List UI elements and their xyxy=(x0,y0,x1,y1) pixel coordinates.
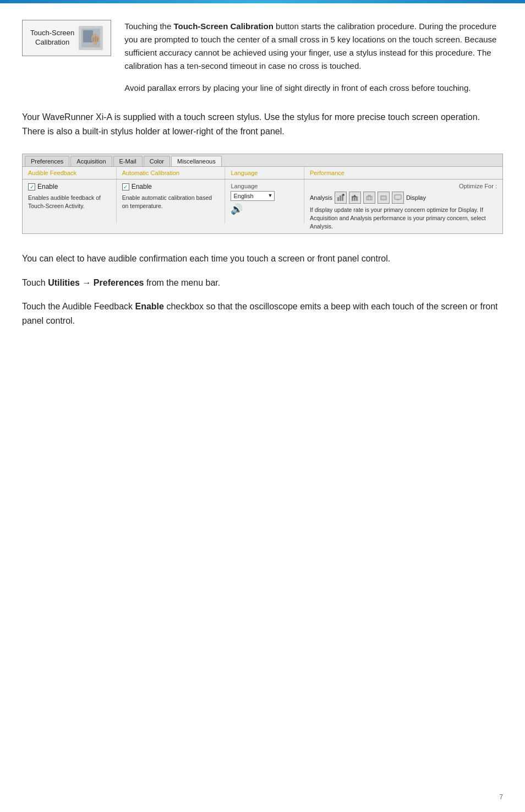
autocal-enable-row: ✓ Enable xyxy=(122,183,220,190)
audible-enable-label: Enable xyxy=(37,183,58,190)
audible-enable-checkbox[interactable]: ✓ xyxy=(28,183,35,190)
autocal-desc: Enable automatic calibration based on te… xyxy=(122,194,220,210)
language-header: Language xyxy=(225,167,304,179)
performance-desc: If display update rate is your primary c… xyxy=(310,206,497,230)
audible-confirmation-para: You can elect to have audible confirmati… xyxy=(22,252,503,266)
arrow: → xyxy=(80,278,94,287)
perf-btn-5[interactable] xyxy=(392,192,404,204)
perf-btn-2[interactable] xyxy=(349,192,361,204)
svg-rect-4 xyxy=(92,37,94,42)
autocal-enable-checkbox[interactable]: ✓ xyxy=(122,183,129,190)
performance-col: Optimize For : Analysis xyxy=(304,179,502,233)
prefs-section-headers: Audible Feedback Automatic Calibration L… xyxy=(23,167,502,179)
autocal-col: ✓ Enable Enable automatic calibration ba… xyxy=(117,179,226,224)
page-number: 7 xyxy=(499,793,503,801)
audible-feedback-para: Touch the Audible Feedback Enable checkb… xyxy=(22,299,503,328)
perf-btn-4[interactable] xyxy=(378,192,390,204)
calibration-button-label: Touch-Screen Calibration xyxy=(30,29,74,47)
svg-rect-18 xyxy=(381,196,386,200)
tab-email[interactable]: E-Mail xyxy=(113,156,143,166)
language-col: Language English ▼ 🔊 xyxy=(225,179,304,224)
audible-feedback-header: Audible Feedback xyxy=(23,167,117,179)
prefs-content-row: ✓ Enable Enables audible feedback of Tou… xyxy=(23,179,502,233)
bottom-section: You can elect to have audible confirmati… xyxy=(22,252,503,328)
utilities-bold: Utilities xyxy=(48,278,80,287)
calibration-icon xyxy=(79,26,103,50)
svg-rect-1 xyxy=(83,30,93,42)
speaker-icon: 🔊 xyxy=(231,203,298,215)
audible-enable-row: ✓ Enable xyxy=(28,183,111,190)
tab-preferences[interactable]: Preferences xyxy=(25,156,69,166)
language-dropdown[interactable]: English ▼ xyxy=(231,191,275,201)
optimize-label: Optimize For : xyxy=(310,183,497,189)
tab-miscellaneous[interactable]: Miscellaneous xyxy=(171,156,222,166)
language-label: Language xyxy=(231,183,298,189)
perf-btn-1[interactable] xyxy=(335,192,347,204)
language-value: English xyxy=(233,193,253,199)
para3-pre: Touch the Audible Feedback xyxy=(22,302,135,311)
analysis-label: Analysis xyxy=(310,194,332,201)
display-label: Display xyxy=(406,194,426,201)
audible-desc: Enables audible feedback of Touch-Screen… xyxy=(28,194,111,210)
menu-bar-post: from the menu bar. xyxy=(144,278,220,287)
autocal-header: Automatic Calibration xyxy=(117,167,226,179)
avoid-parallax-text: Avoid parallax errors by placing your li… xyxy=(124,81,503,95)
touch-screen-calibration-button[interactable]: Touch-Screen Calibration xyxy=(22,20,111,56)
waverunner-paragraph: Your WaveRunner Xi-A is supplied with a … xyxy=(22,110,503,138)
svg-rect-6 xyxy=(97,37,99,42)
tab-acquisition[interactable]: Acquisition xyxy=(70,156,112,166)
preferences-bold: Preferences xyxy=(94,278,144,287)
touch-pre: Touch xyxy=(22,278,48,287)
svg-rect-17 xyxy=(368,195,371,197)
tab-color[interactable]: Color xyxy=(144,156,170,166)
preferences-ui: Preferences Acquisition E-Mail Color Mis… xyxy=(22,154,503,234)
calibration-section: Touch-Screen Calibration xyxy=(22,20,503,95)
svg-rect-19 xyxy=(395,195,401,199)
performance-header: Performance xyxy=(304,167,502,179)
prefs-tabs: Preferences Acquisition E-Mail Color Mis… xyxy=(23,154,502,167)
performance-row: Analysis xyxy=(310,192,497,204)
svg-rect-7 xyxy=(337,197,339,201)
touch-utilities-para: Touch Utilities → Preferences from the m… xyxy=(22,276,503,290)
svg-rect-8 xyxy=(340,195,341,201)
svg-point-10 xyxy=(342,194,344,196)
svg-rect-14 xyxy=(367,197,372,200)
prefs-body: Audible Feedback Automatic Calibration L… xyxy=(23,167,502,233)
autocal-enable-label: Enable xyxy=(132,183,152,190)
enable-bold: Enable xyxy=(135,302,163,311)
perf-btn-3[interactable] xyxy=(363,192,375,204)
calibration-description: Touching the Touch-Screen Calibration bu… xyxy=(124,20,503,95)
svg-rect-5 xyxy=(95,36,96,42)
svg-rect-20 xyxy=(397,199,399,200)
audible-feedback-col: ✓ Enable Enables audible feedback of Tou… xyxy=(23,179,117,224)
